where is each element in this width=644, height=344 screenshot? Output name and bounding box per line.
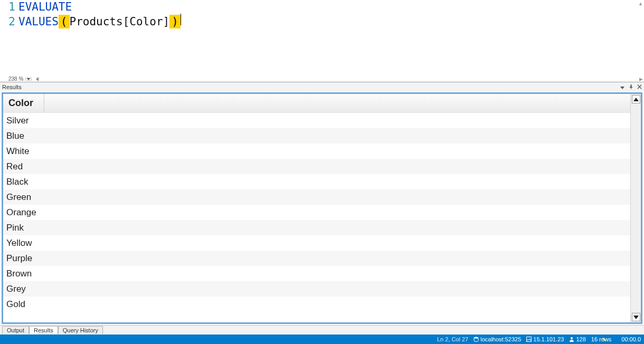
cell-value: Red	[6, 161, 23, 172]
code-token: Products[Color]	[70, 15, 170, 28]
scroll-down-button[interactable]	[632, 313, 640, 321]
cell-value: Purple	[6, 253, 32, 264]
column-header-empty	[44, 94, 630, 112]
cell-value: Yellow	[6, 238, 32, 249]
bottom-tab-results[interactable]: Results	[29, 326, 58, 334]
image-icon	[526, 337, 532, 342]
table-row[interactable]: Grey	[3, 281, 630, 297]
bottom-tab-query-history[interactable]: Query History	[58, 326, 103, 334]
cell-value: Green	[6, 192, 31, 203]
cell-value: Black	[6, 177, 29, 187]
status-bar: Ln 2, Col 27 localhost:52325 15.1.101.23…	[0, 335, 644, 344]
cell-value: Gold	[6, 299, 25, 310]
code-line[interactable]: 1EVALUATE	[0, 0, 633, 14]
svg-point-2	[571, 337, 573, 339]
close-icon[interactable]	[636, 83, 643, 90]
chevron-down-icon	[633, 316, 639, 319]
svg-point-0	[474, 337, 478, 339]
editor-vscroll-up-icon[interactable]: ▲	[638, 1, 643, 6]
code-token: EVALUATE	[18, 0, 72, 14]
results-grid: Color SilverBlueWhiteRedBlackGreenOrange…	[2, 92, 642, 324]
table-row[interactable]: White	[3, 144, 630, 159]
code-editor[interactable]: 1EVALUATE2VALUES ( Products[Color] ) 238…	[0, 0, 644, 82]
table-row[interactable]: Brown	[3, 266, 630, 281]
table-row[interactable]: Purple	[3, 251, 630, 266]
table-row[interactable]: Silver	[3, 113, 630, 128]
cell-value: Grey	[6, 284, 26, 294]
status-server: localhost:52325	[473, 336, 521, 342]
table-row[interactable]: Yellow	[3, 235, 630, 251]
zoom-dropdown[interactable]	[25, 78, 32, 81]
cell-value: Blue	[6, 131, 24, 141]
svg-rect-1	[527, 337, 532, 342]
cell-value: Brown	[6, 269, 32, 279]
mouse-cursor-icon: ⬉	[602, 336, 607, 342]
line-number: 2	[0, 15, 18, 28]
scroll-up-button[interactable]	[632, 95, 640, 103]
table-row[interactable]: Blue	[3, 128, 630, 144]
editor-hscroll-right-icon[interactable]: ▶	[639, 77, 643, 82]
cell-value: Pink	[6, 223, 24, 233]
cell-value: Orange	[6, 207, 36, 218]
table-row[interactable]: Red	[3, 159, 630, 174]
zoom-level: 238 %	[8, 76, 23, 82]
database-icon	[473, 337, 479, 342]
hscroll-left-icon[interactable]	[36, 77, 39, 81]
status-time: 00:00.0	[621, 336, 641, 342]
code-token: )	[169, 15, 181, 28]
column-header-color[interactable]: Color	[3, 94, 44, 112]
chevron-up-icon	[633, 98, 639, 101]
code-line[interactable]: 2VALUES ( Products[Color] )	[0, 14, 633, 28]
table-row[interactable]: Orange	[3, 205, 630, 220]
panel-dropdown-icon[interactable]	[619, 83, 626, 90]
table-row[interactable]: Gold	[3, 297, 630, 312]
user-icon	[569, 337, 574, 342]
line-number: 1	[0, 0, 18, 14]
code-token: VALUES	[18, 15, 59, 28]
status-rows: 16 rows⬉	[591, 336, 617, 343]
results-panel-title: Results	[2, 84, 22, 90]
text-caret	[181, 14, 181, 25]
cell-value: White	[6, 146, 29, 157]
table-row[interactable]: Pink	[3, 220, 630, 235]
code-token: (	[59, 15, 70, 28]
bottom-tab-output[interactable]: Output	[2, 326, 29, 334]
results-scrollbar[interactable]	[630, 94, 641, 322]
status-ln-col: Ln 2, Col 27	[437, 336, 468, 342]
status-spid: 128	[569, 336, 585, 342]
status-version: 15.1.101.23	[526, 336, 564, 342]
table-row[interactable]: Black	[3, 174, 630, 189]
cell-value: Silver	[6, 116, 29, 126]
pin-icon[interactable]	[627, 83, 634, 90]
table-row[interactable]: Green	[3, 189, 630, 205]
